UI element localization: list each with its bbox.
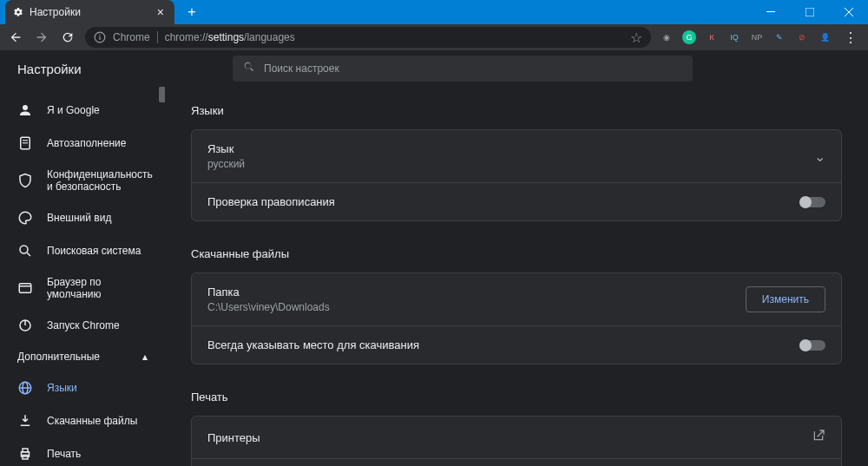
tab-title: Настройки — [30, 6, 148, 18]
svg-rect-9 — [23, 140, 28, 141]
clipboard-icon — [17, 135, 33, 151]
new-tab-button[interactable]: + — [183, 3, 201, 21]
svg-point-7 — [23, 105, 28, 110]
back-button[interactable] — [7, 29, 24, 46]
row-label: Принтеры — [207, 431, 812, 444]
browser-toolbar: Chrome chrome://settings/languages ☆ ◉ G… — [0, 24, 868, 50]
extension-iq-icon[interactable]: IQ — [727, 30, 741, 44]
close-window-button[interactable] — [829, 0, 868, 24]
row-sublabel: русский — [207, 158, 814, 170]
sidebar-item-search[interactable]: Поисковая система — [0, 234, 165, 267]
sidebar-item-label: Языки — [47, 382, 77, 394]
download-folder-row: Папка C:\Users\viney\Downloads Изменить — [192, 273, 841, 326]
reload-button[interactable] — [59, 29, 76, 46]
sidebar-item-default-browser[interactable]: Браузер по умолчанию — [0, 267, 165, 309]
extension-pen-icon[interactable]: ✎ — [773, 30, 786, 44]
external-link-icon — [812, 429, 825, 446]
sidebar-item-downloads[interactable]: Скачанные файлы — [0, 404, 165, 437]
extension-np-icon[interactable]: NP — [750, 30, 764, 44]
svg-rect-21 — [23, 449, 28, 452]
close-tab-icon[interactable]: × — [154, 5, 168, 19]
svg-rect-5 — [99, 36, 100, 40]
printer-icon — [17, 446, 33, 462]
svg-point-11 — [20, 246, 28, 253]
sidebar-item-printing[interactable]: Печать — [0, 437, 165, 466]
svg-line-12 — [27, 253, 30, 256]
shield-icon — [17, 173, 33, 188]
svg-rect-6 — [99, 35, 100, 36]
sidebar-item-languages[interactable]: Языки — [0, 371, 165, 404]
settings-header: Настройки — [0, 50, 868, 87]
ask-where-row: Всегда указывать место для скачивания — [192, 326, 841, 364]
info-icon — [94, 31, 106, 43]
svg-rect-1 — [806, 8, 814, 16]
window-controls — [751, 0, 868, 24]
sidebar-item-startup[interactable]: Запуск Chrome — [0, 309, 165, 342]
section-downloads: Скачанные файлы Папка C:\Users\viney\Dow… — [191, 247, 842, 364]
change-folder-button[interactable]: Изменить — [746, 286, 825, 312]
language-row[interactable]: Язык русский ⌄ — [192, 130, 841, 183]
window-icon — [17, 280, 33, 296]
palette-icon — [17, 210, 33, 226]
extensions-area: ◉ G К IQ NP ✎ ⊘ 👤 ⋮ — [660, 30, 861, 46]
browser-menu-button[interactable]: ⋮ — [840, 30, 861, 46]
spellcheck-row: Проверка правописания — [192, 183, 841, 220]
sidebar-item-privacy[interactable]: Конфиденциальность и безопасность — [0, 160, 165, 201]
svg-rect-0 — [766, 11, 775, 12]
svg-rect-10 — [23, 142, 28, 143]
sidebar-item-label: Внешний вид — [47, 212, 111, 224]
forward-button[interactable] — [33, 29, 50, 46]
maximize-button[interactable] — [790, 0, 829, 24]
search-icon — [17, 243, 33, 259]
sidebar-advanced-toggle[interactable]: Дополнительные▴ — [0, 342, 165, 371]
address-url: chrome://settings/languages — [165, 31, 623, 43]
extension-grammarly-icon[interactable]: G — [682, 30, 696, 44]
settings-search[interactable] — [233, 56, 693, 82]
download-icon — [17, 413, 33, 429]
row-label: Язык — [207, 142, 814, 155]
printers-row[interactable]: Принтеры — [192, 417, 841, 459]
section-languages: Языки Язык русский ⌄ Проверка правописан… — [191, 104, 842, 221]
extension-camera-icon[interactable]: ◉ — [660, 30, 674, 44]
sidebar-item-label: Запуск Chrome — [47, 319, 120, 331]
page-title: Настройки — [17, 62, 233, 76]
extension-block-icon[interactable]: ⊘ — [795, 30, 809, 44]
settings-sidebar: Я и Google Автозаполнение Конфиденциальн… — [0, 87, 165, 466]
search-icon — [243, 61, 255, 76]
row-label: Всегда указывать место для скачивания — [207, 338, 799, 351]
sidebar-item-label: Поисковая система — [47, 245, 141, 257]
scrollbar-thumb[interactable] — [159, 87, 165, 102]
section-title: Печать — [191, 391, 842, 404]
gear-icon — [12, 6, 24, 18]
person-icon — [17, 102, 33, 118]
section-print: Печать Принтеры Виртуальный принтер Goog… — [191, 391, 842, 466]
spellcheck-toggle[interactable] — [799, 197, 825, 207]
bookmark-star-icon[interactable]: ☆ — [630, 30, 642, 46]
search-input[interactable] — [264, 62, 682, 75]
chevron-down-icon: ⌄ — [814, 148, 825, 165]
row-sublabel: C:\Users\viney\Downloads — [207, 301, 746, 313]
sidebar-item-label: Конфиденциальность и безопасность — [47, 168, 153, 193]
address-bar[interactable]: Chrome chrome://settings/languages ☆ — [85, 27, 651, 48]
sidebar-item-label: Браузер по умолчанию — [47, 276, 148, 300]
ask-where-toggle[interactable] — [799, 340, 825, 351]
sidebar-item-label: Скачанные файлы — [47, 415, 137, 427]
globe-icon — [17, 380, 33, 396]
extension-k-icon[interactable]: К — [705, 30, 719, 44]
sidebar-item-autofill[interactable]: Автозаполнение — [0, 127, 165, 160]
sidebar-item-label: Печать — [47, 448, 81, 460]
browser-tab[interactable]: Настройки × — [5, 0, 174, 24]
minimize-button[interactable] — [751, 0, 790, 24]
power-icon — [17, 318, 33, 333]
sidebar-item-you-and-google[interactable]: Я и Google — [0, 94, 165, 127]
sidebar-item-appearance[interactable]: Внешний вид — [0, 201, 165, 234]
address-chrome-label: Chrome — [113, 31, 158, 43]
settings-main: Языки Язык русский ⌄ Проверка правописан… — [165, 87, 868, 466]
profile-avatar-icon[interactable]: 👤 — [818, 30, 832, 44]
row-label: Папка — [207, 286, 746, 299]
virtual-printer-row[interactable]: Виртуальный принтер Google › — [192, 459, 841, 466]
chevron-up-icon: ▴ — [142, 351, 148, 363]
row-label: Проверка правописания — [207, 195, 799, 208]
svg-rect-13 — [19, 284, 31, 293]
sidebar-item-label: Автозаполнение — [47, 137, 126, 149]
